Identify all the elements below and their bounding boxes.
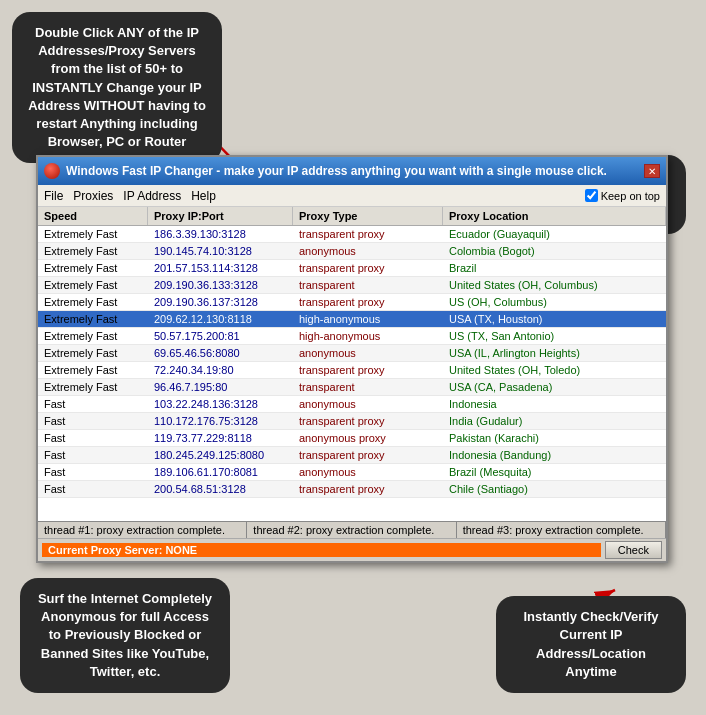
cell-ip: 190.145.74.10:3128 [148, 243, 293, 259]
cell-ip: 180.245.249.125:8080 [148, 447, 293, 463]
cell-location: Brazil (Mesquita) [443, 464, 666, 480]
cell-speed: Extremely Fast [38, 345, 148, 361]
cell-type: transparent proxy [293, 294, 443, 310]
cell-location: United States (OH, Columbus) [443, 277, 666, 293]
bottom-right-bubble: Instantly Check/Verify Current IP Addres… [496, 596, 686, 693]
cell-location: USA (IL, Arlington Heights) [443, 345, 666, 361]
cell-ip: 110.172.176.75:3128 [148, 413, 293, 429]
table-row[interactable]: Extremely Fast 96.46.7.195:80 transparen… [38, 379, 666, 396]
cell-type: anonymous [293, 396, 443, 412]
title-bar: Windows Fast IP Changer - make your IP a… [38, 157, 666, 185]
cell-type: anonymous [293, 464, 443, 480]
cell-location: Colombia (Bogot) [443, 243, 666, 259]
menu-ip-address[interactable]: IP Address [123, 189, 181, 203]
cell-type: anonymous [293, 243, 443, 259]
cell-ip: 96.46.7.195:80 [148, 379, 293, 395]
cell-speed: Fast [38, 481, 148, 497]
menu-file[interactable]: File [44, 189, 63, 203]
table-row[interactable]: Fast 200.54.68.51:3128 transparent proxy… [38, 481, 666, 498]
cell-type: high-anonymous [293, 311, 443, 327]
cell-type: anonymous proxy [293, 430, 443, 446]
top-left-bubble: Double Click ANY of the IP Addresses/Pro… [12, 12, 222, 163]
cell-ip: 209.62.12.130:8118 [148, 311, 293, 327]
cell-ip: 209.190.36.133:3128 [148, 277, 293, 293]
cell-type: transparent [293, 379, 443, 395]
table-row[interactable]: Extremely Fast 186.3.39.130:3128 transpa… [38, 226, 666, 243]
cell-location: Chile (Santiago) [443, 481, 666, 497]
cell-type: transparent proxy [293, 226, 443, 242]
proxy-bar: Current Proxy Server: NONE Check [38, 538, 666, 561]
cell-ip: 200.54.68.51:3128 [148, 481, 293, 497]
window-icon [44, 163, 60, 179]
keep-on-top-container: Keep on top [585, 189, 660, 202]
cell-type: transparent proxy [293, 413, 443, 429]
cell-location: Pakistan (Karachi) [443, 430, 666, 446]
table-header: Speed Proxy IP:Port Proxy Type Proxy Loc… [38, 207, 666, 226]
cell-ip: 201.57.153.114:3128 [148, 260, 293, 276]
col-ip: Proxy IP:Port [148, 207, 293, 225]
cell-ip: 209.190.36.137:3128 [148, 294, 293, 310]
window-title: Windows Fast IP Changer - make your IP a… [66, 164, 642, 178]
cell-speed: Extremely Fast [38, 328, 148, 344]
cell-type: transparent [293, 277, 443, 293]
col-type: Proxy Type [293, 207, 443, 225]
table-row[interactable]: Extremely Fast 50.57.175.200:81 high-ano… [38, 328, 666, 345]
col-location: Proxy Location [443, 207, 666, 225]
table-row[interactable]: Extremely Fast 209.190.36.133:3128 trans… [38, 277, 666, 294]
status-bar: thread #1: proxy extraction complete. th… [38, 521, 666, 538]
cell-location: Brazil [443, 260, 666, 276]
menu-proxies[interactable]: Proxies [73, 189, 113, 203]
table-row[interactable]: Fast 189.106.61.170:8081 anonymous Brazi… [38, 464, 666, 481]
table-row[interactable]: Fast 103.22.248.136:3128 anonymous Indon… [38, 396, 666, 413]
cell-speed: Extremely Fast [38, 294, 148, 310]
menu-bar: File Proxies IP Address Help Keep on top [38, 185, 666, 207]
cell-ip: 189.106.61.170:8081 [148, 464, 293, 480]
cell-speed: Extremely Fast [38, 311, 148, 327]
cell-location: US (TX, San Antonio) [443, 328, 666, 344]
cell-type: transparent proxy [293, 362, 443, 378]
table-row[interactable]: Extremely Fast 190.145.74.10:3128 anonym… [38, 243, 666, 260]
cell-ip: 119.73.77.229:8118 [148, 430, 293, 446]
status-thread-1: thread #1: proxy extraction complete. [38, 522, 247, 538]
table-row[interactable]: Extremely Fast 69.65.46.56:8080 anonymou… [38, 345, 666, 362]
status-thread-3: thread #3: proxy extraction complete. [457, 522, 666, 538]
cell-speed: Fast [38, 396, 148, 412]
cell-speed: Extremely Fast [38, 226, 148, 242]
proxy-table[interactable]: Extremely Fast 186.3.39.130:3128 transpa… [38, 226, 666, 521]
cell-type: transparent proxy [293, 447, 443, 463]
menu-help[interactable]: Help [191, 189, 216, 203]
table-row[interactable]: Extremely Fast 201.57.153.114:3128 trans… [38, 260, 666, 277]
cell-ip: 69.65.46.56:8080 [148, 345, 293, 361]
cell-ip: 50.57.175.200:81 [148, 328, 293, 344]
table-row[interactable]: Extremely Fast 72.240.34.19:80 transpare… [38, 362, 666, 379]
check-button[interactable]: Check [605, 541, 662, 559]
cell-speed: Fast [38, 464, 148, 480]
status-thread-2: thread #2: proxy extraction complete. [247, 522, 456, 538]
cell-speed: Extremely Fast [38, 379, 148, 395]
cell-speed: Extremely Fast [38, 277, 148, 293]
cell-location: Indonesia (Bandung) [443, 447, 666, 463]
table-row[interactable]: Extremely Fast 209.190.36.137:3128 trans… [38, 294, 666, 311]
cell-location: United States (OH, Toledo) [443, 362, 666, 378]
cell-location: Indonesia [443, 396, 666, 412]
table-row[interactable]: Fast 110.172.176.75:3128 transparent pro… [38, 413, 666, 430]
cell-speed: Extremely Fast [38, 243, 148, 259]
cell-type: high-anonymous [293, 328, 443, 344]
cell-ip: 72.240.34.19:80 [148, 362, 293, 378]
main-window: Windows Fast IP Changer - make your IP a… [36, 155, 668, 563]
cell-speed: Extremely Fast [38, 362, 148, 378]
cell-type: anonymous [293, 345, 443, 361]
table-row[interactable]: Fast 180.245.249.125:8080 transparent pr… [38, 447, 666, 464]
cell-speed: Extremely Fast [38, 260, 148, 276]
cell-ip: 186.3.39.130:3128 [148, 226, 293, 242]
cell-speed: Fast [38, 430, 148, 446]
keep-on-top-checkbox[interactable] [585, 189, 598, 202]
col-speed: Speed [38, 207, 148, 225]
bottom-left-bubble: Surf the Internet Completely Anonymous f… [20, 578, 230, 693]
cell-location: India (Gudalur) [443, 413, 666, 429]
keep-on-top-label: Keep on top [601, 190, 660, 202]
cell-ip: 103.22.248.136:3128 [148, 396, 293, 412]
close-button[interactable]: ✕ [644, 164, 660, 178]
table-row[interactable]: Extremely Fast 209.62.12.130:8118 high-a… [38, 311, 666, 328]
table-row[interactable]: Fast 119.73.77.229:8118 anonymous proxy … [38, 430, 666, 447]
